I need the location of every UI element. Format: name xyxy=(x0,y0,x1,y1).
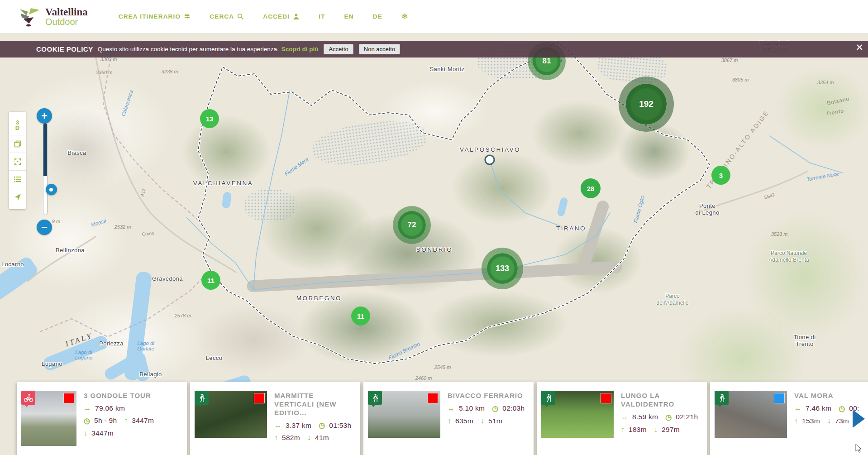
descent-icon: ↓ xyxy=(481,417,484,425)
map-cluster-133[interactable]: 133 xyxy=(487,253,518,284)
map-label-elev: 3360 m xyxy=(96,70,113,75)
map-label-elev: 3238 m xyxy=(162,69,178,74)
time-icon: ◷ xyxy=(84,417,90,425)
map-cluster-13[interactable]: 13 xyxy=(200,109,219,128)
stat-row: ↔3.37 km◷01:53h xyxy=(274,421,356,430)
valposchiavo-marker[interactable] xyxy=(485,155,495,165)
zoom-slider-thumb[interactable] xyxy=(46,184,57,195)
map-label-town: Ponte di Legno xyxy=(695,202,719,216)
nav-item-de[interactable]: DE xyxy=(373,13,382,20)
nav-label: CREA ITINERARIO xyxy=(119,13,181,20)
map-label-water: Fiume Brembo xyxy=(387,341,420,361)
map-cluster-11[interactable]: 11 xyxy=(351,307,370,326)
descent-value: 73m xyxy=(835,417,849,425)
nav-label: DE xyxy=(373,13,382,20)
ascent-icon: ↑ xyxy=(274,434,278,442)
close-icon[interactable]: ✕ xyxy=(855,43,863,52)
map-label-water: Moesa xyxy=(91,218,107,228)
cookie-banner: COOKIE POLICY Questo sito utilizza cooki… xyxy=(0,41,868,57)
ascent-value: 183m xyxy=(629,426,647,434)
map-cluster-192[interactable]: 192 xyxy=(626,84,667,125)
difficulty-flag xyxy=(63,393,74,403)
logo[interactable]: Valtellina Outdoor xyxy=(17,6,88,27)
nav-item-it[interactable]: IT xyxy=(319,13,325,20)
difficulty-flag xyxy=(601,393,611,403)
nav-label: IT xyxy=(319,13,325,20)
itinerary-photo[interactable] xyxy=(715,391,787,438)
map-cluster-28[interactable]: 28 xyxy=(581,178,601,198)
descent-value: 3447m xyxy=(91,429,114,437)
hiking-activity-icon xyxy=(368,391,382,405)
itinerary-title[interactable]: 3 GONDOLE TOUR xyxy=(84,392,161,400)
map-cluster-11[interactable]: 11 xyxy=(201,271,220,290)
stat-row: ↑582m↓41m xyxy=(274,434,356,442)
map-label-town: Biasca xyxy=(67,149,86,156)
nav-label: CERCA xyxy=(210,13,234,20)
card-body: BIVACCO FERRARIO↔5.10 km◷02:03h↑635m↓51m xyxy=(448,391,529,455)
zoom-out-button[interactable]: − xyxy=(37,220,52,235)
zoom-slider-track[interactable] xyxy=(43,123,48,215)
ascent-icon: ↑ xyxy=(124,417,128,425)
map-label-caps: MORBEGNO xyxy=(296,295,342,302)
difficulty-flag xyxy=(254,393,265,403)
map-toolbar: 3D xyxy=(9,112,26,209)
itinerary-title[interactable]: VAL MORA xyxy=(794,392,867,400)
map-label-elev: 9 m xyxy=(52,219,60,224)
map-label-elev: 2532 m xyxy=(114,224,131,230)
nav-item--[interactable]: ❄ xyxy=(401,12,408,21)
itinerary-card[interactable]: VAL MORA↔7.46 km◷00:↑153m↓73m xyxy=(710,382,868,455)
descent-icon: ↓ xyxy=(654,426,658,434)
itinerary-photo[interactable] xyxy=(195,391,267,438)
itinerary-photo[interactable] xyxy=(368,391,440,438)
descent-icon: ↓ xyxy=(827,417,831,425)
map-label-road: SS42 xyxy=(763,192,776,200)
stat-row: ↑635m↓51m xyxy=(448,417,529,425)
itinerary-title[interactable]: LUNGO LA VALDIDENTRO xyxy=(621,392,702,409)
distance-value: 5.10 km xyxy=(459,404,485,412)
map-label-caps: VALPOSCHIAVO xyxy=(460,146,520,153)
map-label-elev: 3867 m xyxy=(721,57,738,63)
itinerary-card[interactable]: MARMITTE VERTICALI (NEW EDITIO...↔3.37 k… xyxy=(190,382,360,455)
time-icon: ◷ xyxy=(839,404,845,413)
itinerary-card[interactable]: LUNGO LA VALDIDENTRO↔8.59 km◷02:21h↑183m… xyxy=(537,382,707,455)
itinerary-photo[interactable] xyxy=(541,391,614,438)
user-icon xyxy=(293,13,300,20)
zoom-in-button[interactable]: + xyxy=(37,108,52,124)
ascent-icon: ↑ xyxy=(794,417,798,425)
nav-item-en[interactable]: EN xyxy=(344,13,354,20)
hiking-activity-icon xyxy=(715,391,729,405)
map-label-caps: VALCHIAVENNA xyxy=(193,180,253,187)
itinerary-photo[interactable] xyxy=(21,391,76,446)
map-label-country: Bolzano xyxy=(826,96,850,106)
brand-mark-icon xyxy=(17,6,41,27)
fullscreen-button[interactable] xyxy=(9,153,26,170)
cookie-decline-button[interactable]: Non accetto xyxy=(359,44,400,54)
search-icon xyxy=(237,13,244,20)
cookie-accept-button[interactable]: Accetto xyxy=(324,44,353,54)
nav-item-cerca[interactable]: CERCA xyxy=(210,13,244,20)
time-value: 01:53h xyxy=(329,421,351,430)
itinerary-card[interactable]: BIVACCO FERRARIO↔5.10 km◷02:03h↑635m↓51m xyxy=(363,382,534,455)
time-icon: ◷ xyxy=(319,421,325,430)
cookie-learn-more-link[interactable]: Scopri di più xyxy=(281,46,319,53)
map-label-country: Trento xyxy=(825,108,844,117)
nav-item-accedi[interactable]: ACCEDI xyxy=(263,13,300,20)
carousel-next-button[interactable] xyxy=(853,410,865,428)
map-cluster-3[interactable]: 3 xyxy=(711,166,730,185)
card-body: LUNGO LA VALDIDENTRO↔8.59 km◷02:21h↑183m… xyxy=(621,391,702,455)
itinerary-title[interactable]: MARMITTE VERTICALI (NEW EDITIO... xyxy=(274,392,356,417)
list-button[interactable] xyxy=(9,170,26,188)
nav-item-crea-itinerario[interactable]: CREA ITINERARIO xyxy=(119,13,191,20)
layers-button[interactable] xyxy=(9,135,26,153)
map-label-elev: 2545 m xyxy=(434,364,451,370)
ascent-icon: ↑ xyxy=(448,417,451,425)
itinerary-title[interactable]: BIVACCO FERRARIO xyxy=(448,392,529,400)
locate-button[interactable] xyxy=(9,188,26,206)
map-cluster-72[interactable]: 72 xyxy=(398,211,426,239)
map-label-water: Calancasca xyxy=(120,90,134,117)
map-label-elev: 2460 m xyxy=(415,375,432,381)
nav-label: ACCEDI xyxy=(263,13,290,20)
3d-button[interactable]: 3D xyxy=(9,115,26,135)
itinerary-card[interactable]: 3 GONDOLE TOUR↔79.06 km◷5h - 9h↑3447m↓34… xyxy=(17,382,187,455)
map-label-elev: 3805 m xyxy=(732,77,749,82)
